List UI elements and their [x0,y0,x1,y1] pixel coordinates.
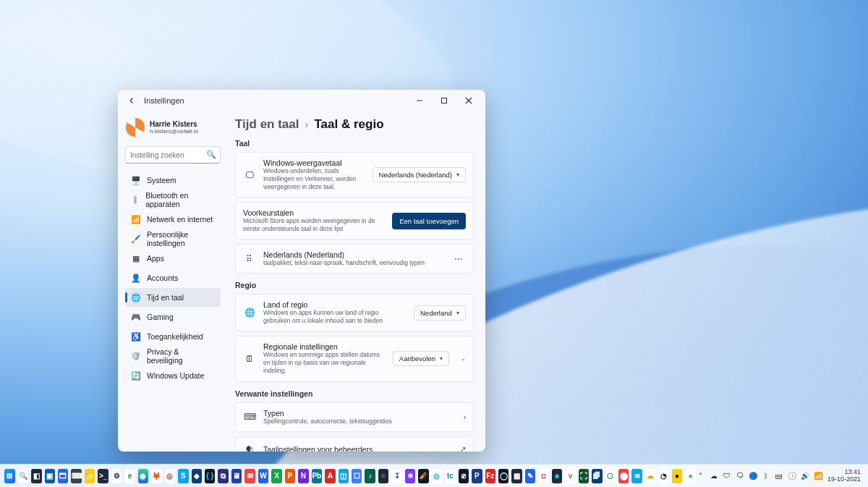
taskbar-app-22[interactable]: N [298,469,308,483]
taskbar-app-6[interactable]: 📁 [85,469,95,483]
taskbar-app-43[interactable]: ⛶ [579,469,589,483]
typing-settings-row[interactable]: ⌨ Typen Spellingcontrole, autocorrectie,… [235,402,474,432]
user-account-row[interactable]: Harrie Kisters h.kisters@xs4all.nl [125,114,221,143]
tray-icon-7[interactable]: 🕓 [787,471,797,481]
language-item-more-button[interactable]: ⋯ [451,253,466,266]
taskbar-app-45[interactable]: ⬡ [605,469,616,483]
nav-icon: ᛒ [131,195,140,205]
regional-format-dropdown[interactable]: Aanbevolen ▾ [393,351,449,366]
sidebar-item-toegankelijkheid[interactable]: ♿Toegankelijkheid [125,327,221,346]
taskbar-app-1[interactable]: 🔍 [18,469,28,483]
taskbar-app-19[interactable]: W [258,469,268,483]
taskbar-app-29[interactable]: ↧ [391,469,401,483]
sidebar-item-gaming[interactable]: 🎮Gaming [125,308,221,326]
language-item-nl[interactable]: ⠿ Nederlands (Nederland) taalpakket, tek… [235,244,474,274]
taskbar-app-21[interactable]: P [285,469,295,483]
taskbar-app-5[interactable]: ⌨ [71,469,81,483]
taskbar-app-42[interactable]: v [565,469,575,483]
taskbar-app-35[interactable]: P [472,469,482,483]
taskbar-app-16[interactable]: ⧉ [218,469,228,483]
taskbar-app-32[interactable]: ◎ [432,469,442,483]
chevron-down-icon: ▾ [440,355,443,362]
taskbar-app-47[interactable]: ≋ [631,469,642,483]
tray-icon-9[interactable]: 📶 [813,471,823,481]
taskbar-app-7[interactable]: >_ [98,469,108,483]
maximize-button[interactable] [432,90,456,111]
taskbar-app-3[interactable]: ▣ [45,469,55,483]
taskbar-app-44[interactable]: 🗐 [592,469,602,483]
tray-icon-1[interactable]: ☁ [709,471,719,481]
tray-icon-2[interactable]: 🛡 [722,471,732,481]
taskbar-clock[interactable]: 13:41 19-10-2021 [827,469,861,483]
tray-icon-0[interactable]: ˄ [696,471,706,481]
taskbar-app-46[interactable]: ⬤ [618,469,629,483]
tray-icon-3[interactable]: 🗨 [735,471,745,481]
taskbar-app-48[interactable]: ☁ [645,469,655,483]
taskbar-app-17[interactable]: 🖥 [231,469,242,483]
taskbar-app-9[interactable]: e [124,469,135,483]
drag-handle-icon[interactable]: ⠿ [243,253,256,266]
taskbar-app-37[interactable]: ◯ [498,469,509,483]
section-head-related: Verwante instellingen [235,389,474,398]
taskbar-app-26[interactable]: ☐ [352,469,362,483]
sidebar-item-systeem[interactable]: 🖥️Systeem [125,171,221,190]
taskbar-app-49[interactable]: ◔ [658,469,668,483]
taskbar-app-14[interactable]: ◆ [192,469,202,483]
sidebar-item-accounts[interactable]: 👤Accounts [125,268,221,287]
taskbar-app-36[interactable]: Fz [485,469,495,483]
minimize-button[interactable] [407,90,432,111]
back-button[interactable] [122,91,141,110]
taskbar-app-8[interactable]: ⚙ [111,469,122,483]
expand-chevron-icon[interactable]: ⌄ [461,355,466,362]
breadcrumb-parent[interactable]: Tijd en taal [235,117,299,132]
taskbar-app-38[interactable]: ▦ [511,469,522,483]
taskbar-app-13[interactable]: S [178,469,188,483]
add-language-button[interactable]: Een taal toevoegen [392,213,466,229]
taskbar-app-12[interactable]: ◎ [165,469,175,483]
sidebar-item-privacy-beveiliging[interactable]: 🛡️Privacy & beveiliging [125,347,221,365]
taskbar-app-50[interactable]: ● [672,469,682,483]
country-dropdown[interactable]: Nederland ▾ [414,305,466,321]
taskbar-app-15[interactable]: { } [205,469,215,483]
taskbar-app-11[interactable]: 🦊 [151,469,161,483]
taskbar-app-2[interactable]: ◧ [31,469,41,483]
taskbar-app-10[interactable]: ◉ [138,469,148,483]
taskbar-app-23[interactable]: Pb [312,469,322,483]
taskbar-app-4[interactable]: 🗔 [58,469,68,483]
tray-icon-8[interactable]: 🔊 [800,471,810,481]
taskbar-app-0[interactable]: ⊞ [4,469,14,483]
search-input[interactable] [125,146,221,164]
taskbar-app-18[interactable]: ✉ [244,469,255,483]
taskbar-app-34[interactable]: ⎚ [459,469,469,483]
taskbar-app-28[interactable]: ≡ [378,469,388,483]
taskbar-app-33[interactable]: tc [445,469,455,483]
taskbar-app-27[interactable]: ♪ [365,469,375,483]
regional-format-card: 🗓 Regionale instellingen Windows en somm… [235,336,474,381]
nav-icon: 🛡️ [131,351,141,361]
page-title: Taal & regio [315,117,384,132]
svg-rect-1 [442,98,447,103]
tray-icon-6[interactable]: 🖴 [774,471,784,481]
sidebar-item-netwerk-en-internet[interactable]: 📶Netwerk en internet [125,210,221,229]
taskbar-app-20[interactable]: X [271,469,281,483]
taskbar-app-30[interactable]: ⚛ [405,469,415,483]
close-button[interactable] [456,90,481,111]
tray-icon-5[interactable]: ᛒ [761,471,771,481]
taskbar-app-25[interactable]: ◫ [339,469,349,483]
sidebar-item-tijd-en-taal[interactable]: 🌐Tijd en taal [125,288,221,307]
taskbar-app-40[interactable]: ◘ [538,469,548,483]
taskbar-app-41[interactable]: ⎈ [552,469,562,483]
taskbar-app-39[interactable]: ✎ [525,469,535,483]
display-language-dropdown[interactable]: Nederlands (Nederland) ▾ [373,167,466,182]
taskbar-app-24[interactable]: A [325,469,335,483]
taskbar-app-31[interactable]: 🖌 [418,469,428,483]
user-name: Harrie Kisters [150,120,198,128]
taskbar-app-51[interactable]: ● [685,469,695,483]
sidebar-item-apps[interactable]: ▦Apps [125,249,221,268]
tray-icon-4[interactable]: 🔵 [748,471,758,481]
search-box: 🔍 [125,146,221,164]
admin-language-row[interactable]: 🗣 Taalinstellingen voor beheerders ↗ [235,436,474,452]
sidebar-item-windows-update[interactable]: 🔄Windows Update [125,366,221,385]
sidebar-item-bluetooth-en-apparaten[interactable]: ᛒBluetooth en apparaten [125,190,221,209]
sidebar-item-persoonlijke-instellingen[interactable]: 🖌️Persoonlijke instellingen [125,229,221,248]
